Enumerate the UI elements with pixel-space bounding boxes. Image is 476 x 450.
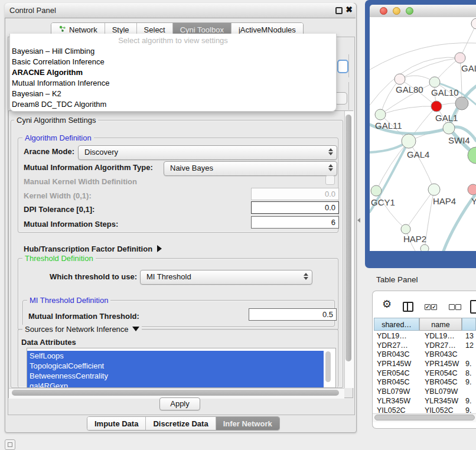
table-row[interactable]: YBR043CYBR043C — [374, 350, 476, 360]
kernel-width-field[interactable]: 0.0 — [251, 188, 339, 200]
network-edge — [409, 141, 434, 190]
tab-label: Network — [69, 25, 97, 34]
table-row[interactable]: YPR145WYPR145W9. — [374, 360, 476, 369]
attribute-item-gal4rgexp[interactable]: gal4RGexp — [27, 381, 324, 388]
network-node[interactable] — [471, 18, 476, 29]
attributes-scrollbar-thumb[interactable] — [325, 351, 331, 382]
aracne-mode-label: Aracne Mode: — [24, 147, 74, 156]
network-node-gal80[interactable] — [395, 74, 405, 84]
network-node-hap4[interactable] — [428, 184, 440, 195]
table-row[interactable]: YIL052CYIL052C9. — [374, 406, 476, 414]
network-node-gcy1[interactable] — [371, 185, 382, 196]
columns-icon[interactable] — [403, 302, 413, 312]
table-cell: YBL079W — [419, 387, 462, 397]
network-node[interactable] — [420, 244, 429, 251]
manual-kernel-checkbox[interactable] — [325, 175, 335, 185]
select-all-checkbox-icon[interactable]: ✓ — [425, 304, 431, 310]
table-row[interactable]: YBL079WYBL079W — [374, 387, 476, 397]
hub-definition-disclosure[interactable]: Hub/Transcription Factor Definition — [24, 244, 162, 253]
network-node-hap2[interactable] — [401, 224, 410, 234]
table-cell: YBR043C — [374, 350, 419, 360]
bottom-tab-label: Impute Data — [94, 419, 138, 428]
network-node-label: GAL80 — [396, 84, 423, 94]
table-function-icon[interactable] — [470, 300, 476, 314]
algorithm-option-aracne-algorithm[interactable]: ARACNE Algorithm — [10, 67, 336, 78]
mi-type-select[interactable]: Naive Bayes — [164, 161, 337, 176]
data-attributes-list[interactable]: SelfLoopsTopologicalCoefficientBetweenne… — [27, 348, 336, 388]
sources-disclosure[interactable]: Sources for Network Inference — [22, 325, 142, 334]
select-all-checkbox-icon[interactable]: ✓ — [431, 304, 437, 310]
tab-label: Select — [144, 25, 165, 34]
algorithm-option-bayesian-hill-climbing[interactable]: Bayesian – Hill Climbing — [10, 46, 336, 57]
cyni-bottom-tabs: Impute DataDiscretize DataInfer Network — [87, 416, 280, 431]
network-window-titlebar[interactable] — [370, 5, 476, 18]
network-view-window: GALGAL80GAL10GAL1GAL11SWI4GAL4GCY1HAP4YH… — [365, 0, 476, 268]
network-node-label: HAP2 — [403, 234, 426, 244]
which-threshold-label: Which threshold to use: — [50, 272, 137, 281]
network-node-gal11[interactable] — [375, 109, 386, 120]
column-header-partial[interactable] — [462, 318, 476, 331]
network-node-swi4[interactable] — [443, 122, 455, 134]
network-node-label: SWI4 — [448, 135, 470, 145]
algorithm-option-bayesian-k2[interactable]: Bayesian – K2 — [10, 89, 336, 99]
table-cell: YLR345W — [374, 397, 419, 406]
network-node-y[interactable] — [468, 184, 476, 195]
which-threshold-select[interactable]: MI Threshold — [140, 270, 312, 285]
gear-icon[interactable]: ⚙ — [382, 299, 392, 309]
which-threshold-value: MI Threshold — [146, 272, 191, 281]
table-cell: YBR043C — [419, 350, 462, 360]
disclosure-down-icon — [132, 327, 139, 331]
bottom-tab-infer-network[interactable]: Infer Network — [216, 417, 279, 430]
dpi-tolerance-field[interactable]: 0.0 — [251, 201, 339, 214]
algorithm-option-mutual-information-inference[interactable]: Mutual Information Inference — [10, 78, 336, 89]
control-panel-titlebar[interactable]: Control Panel ✖ — [5, 3, 356, 18]
maximize-icon[interactable] — [335, 7, 343, 14]
table-row[interactable]: YBR045CYBR045C9. — [374, 378, 476, 387]
table-row[interactable]: YLR345WYLR345W9. — [374, 397, 476, 406]
minimized-panel-icon[interactable] — [5, 439, 15, 450]
table-cell: YPR145W — [374, 360, 419, 369]
panel-resize-handle[interactable] — [357, 218, 360, 223]
zoom-traffic-light-icon[interactable] — [406, 7, 413, 15]
bottom-tab-discretize-data[interactable]: Discretize Data — [146, 417, 216, 430]
screen: Control Panel ✖ NetworkStyleSelectCyni T… — [0, 0, 476, 450]
network-node-gal4[interactable] — [402, 134, 416, 148]
apply-button[interactable]: Apply — [159, 397, 200, 410]
algorithm-option-basic-correlation-inference[interactable]: Basic Correlation Inference — [10, 57, 336, 67]
horizontal-scrollbar-thumb[interactable] — [12, 390, 339, 396]
vertical-scrollbar-thumb[interactable] — [345, 115, 351, 361]
mi-steps-field[interactable]: 6 — [251, 216, 339, 229]
table-row[interactable]: YDL19…YDL19…13 — [374, 332, 476, 341]
network-node-gal10[interactable] — [429, 77, 440, 87]
table-row[interactable]: YDR27…YDR27…12 — [374, 341, 476, 351]
minimize-traffic-light-icon[interactable] — [393, 7, 400, 15]
network-node-gal[interactable] — [455, 53, 465, 63]
algorithm-placeholder: Select algorithm to view settings — [10, 34, 336, 46]
network-node-label: GAL1 — [435, 113, 458, 123]
aracne-mode-select[interactable]: Discovery — [78, 145, 337, 160]
mi-threshold-label: Mutual Information Threshold: — [28, 312, 139, 321]
close-traffic-light-icon[interactable] — [380, 7, 387, 15]
column-header-shared-name[interactable]: shared… — [374, 318, 419, 331]
table-panel-title: Table Panel — [376, 275, 418, 284]
attribute-item-selfloops[interactable]: SelfLoops — [27, 351, 324, 361]
table-row[interactable]: YER054CYER054C8. — [374, 369, 476, 379]
cyni-settings-group-title: Cyni Algorithm Settings — [14, 116, 98, 125]
deselect-all-checkbox-icon[interactable] — [449, 304, 455, 310]
network-node[interactable] — [455, 97, 468, 110]
attribute-item-betweennesscentrality[interactable]: BetweennessCentrality — [27, 371, 324, 381]
algorithm-option-dream8-dc-tdc-algorithm[interactable]: Dream8 DC_TDC Algorithm — [10, 99, 336, 110]
column-header-name[interactable]: name — [419, 318, 462, 331]
network-node-label: HAP4 — [433, 196, 456, 206]
attribute-item-topologicalcoefficient[interactable]: TopologicalCoefficient — [27, 361, 324, 371]
table-cell: YBL079W — [374, 387, 419, 397]
network-canvas[interactable]: GALGAL80GAL10GAL1GAL11SWI4GAL4GCY1HAP4YH… — [370, 17, 476, 251]
stepper-icon — [304, 273, 308, 280]
mi-threshold-field[interactable]: 0.5 — [249, 308, 337, 321]
network-node-gal1[interactable] — [431, 101, 442, 112]
bottom-tab-impute-data[interactable]: Impute Data — [87, 417, 146, 430]
deselect-all-checkbox-icon[interactable] — [455, 304, 461, 310]
table-hscrollbar-thumb[interactable] — [374, 415, 475, 420]
table-cell: 12 — [462, 341, 476, 351]
close-icon[interactable]: ✖ — [345, 5, 353, 14]
